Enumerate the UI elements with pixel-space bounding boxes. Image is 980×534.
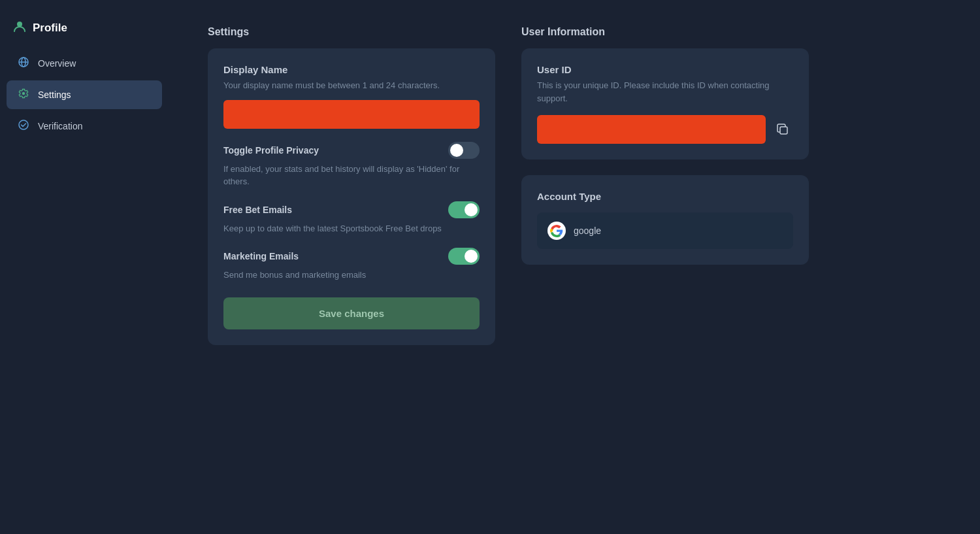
free-bet-toggle-track	[448, 201, 480, 218]
sidebar-item-overview[interactable]: Overview	[7, 49, 162, 78]
free-bet-toggle-desc: Keep up to date with the latest Sportsbo…	[223, 222, 480, 235]
account-type-name: google	[574, 225, 601, 236]
privacy-toggle-thumb	[450, 144, 463, 157]
svg-point-4	[22, 92, 25, 95]
marketing-toggle-desc: Send me bonus and marketing emails	[223, 269, 480, 282]
sidebar-item-verification[interactable]: Verification	[7, 112, 162, 141]
marketing-toggle-thumb	[465, 250, 478, 263]
globe-icon	[17, 57, 30, 70]
gear-icon	[17, 88, 30, 101]
save-changes-button[interactable]: Save changes	[223, 297, 480, 329]
user-info-column-title: User Information	[521, 26, 809, 38]
sidebar: Profile Overview Settings	[0, 0, 169, 534]
free-bet-toggle-switch[interactable]	[448, 201, 480, 218]
sidebar-item-settings-label: Settings	[38, 90, 71, 100]
free-bet-toggle-thumb	[465, 203, 478, 216]
marketing-toggle-section: Marketing Emails Send me bonus and marke…	[223, 248, 480, 282]
sidebar-item-verification-label: Verification	[38, 121, 82, 131]
free-bet-toggle-label: Free Bet Emails	[223, 205, 292, 215]
settings-card: Display Name Your display name must be b…	[208, 48, 495, 345]
user-id-card: User ID This is your unique ID. Please i…	[521, 48, 809, 159]
sidebar-item-settings[interactable]: Settings	[7, 80, 162, 109]
svg-point-5	[19, 120, 28, 129]
privacy-toggle-switch[interactable]	[448, 142, 480, 159]
free-bet-toggle-section: Free Bet Emails Keep up to date with the…	[223, 201, 480, 235]
sidebar-nav: Overview Settings Verification	[0, 49, 169, 141]
copy-icon[interactable]	[772, 119, 793, 140]
marketing-toggle-label: Marketing Emails	[223, 251, 299, 261]
main-content: Settings Display Name Your display name …	[169, 0, 980, 534]
account-type-card: Account Type google	[521, 175, 809, 265]
user-id-title: User ID	[537, 64, 793, 75]
svg-rect-6	[780, 127, 787, 134]
privacy-toggle-section: Toggle Profile Privacy If enabled, your …	[223, 142, 480, 188]
display-name-desc: Your display name must be between 1 and …	[223, 79, 480, 92]
privacy-toggle-label: Toggle Profile Privacy	[223, 145, 319, 156]
privacy-toggle-track	[448, 142, 480, 159]
marketing-toggle-track	[448, 248, 480, 265]
marketing-toggle-header: Marketing Emails	[223, 248, 480, 265]
sidebar-title: Profile	[33, 22, 67, 35]
user-info-column: User Information User ID This is your un…	[521, 26, 809, 508]
profile-icon	[13, 20, 26, 36]
svg-point-0	[17, 22, 22, 27]
user-id-desc: This is your unique ID. Please include t…	[537, 79, 793, 105]
display-name-input[interactable]	[223, 100, 480, 129]
display-name-title: Display Name	[223, 64, 480, 75]
privacy-toggle-desc: If enabled, your stats and bet history w…	[223, 163, 480, 188]
check-circle-icon	[17, 120, 30, 133]
sidebar-item-overview-label: Overview	[38, 58, 76, 69]
user-id-row	[537, 115, 793, 144]
free-bet-toggle-header: Free Bet Emails	[223, 201, 480, 218]
settings-column-title: Settings	[208, 26, 495, 38]
account-type-badge: google	[537, 212, 793, 249]
marketing-toggle-switch[interactable]	[448, 248, 480, 265]
display-name-section: Display Name Your display name must be b…	[223, 64, 480, 129]
privacy-toggle-header: Toggle Profile Privacy	[223, 142, 480, 159]
account-type-title: Account Type	[537, 191, 793, 202]
user-id-value	[537, 115, 766, 144]
google-icon	[547, 222, 566, 240]
settings-column: Settings Display Name Your display name …	[208, 26, 495, 508]
sidebar-header: Profile	[0, 13, 169, 49]
